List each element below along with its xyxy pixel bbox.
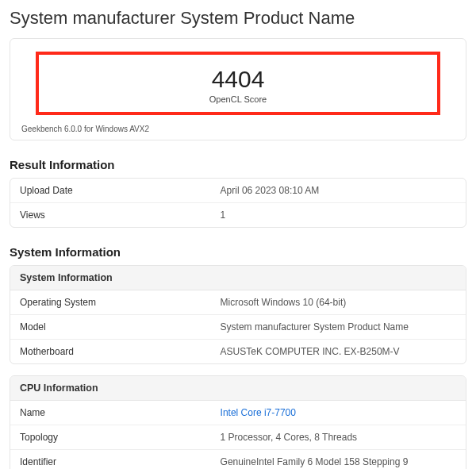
row-value: GenuineIntel Family 6 Model 158 Stepping… xyxy=(211,450,466,469)
system-info-card: System Information Operating System Micr… xyxy=(10,265,466,364)
table-row: Model System manufacturer System Product… xyxy=(10,315,466,340)
row-key: Operating System xyxy=(10,290,211,314)
row-key: Views xyxy=(10,203,211,227)
row-key: Topology xyxy=(10,425,211,449)
row-value: Microsoft Windows 10 (64-bit) xyxy=(211,290,466,314)
table-row: Operating System Microsoft Windows 10 (6… xyxy=(10,290,466,315)
table-row: Motherboard ASUSTeK COMPUTER INC. EX-B25… xyxy=(10,340,466,363)
card-header: CPU Information xyxy=(10,376,466,401)
row-value: 1 xyxy=(211,203,466,227)
row-key: Upload Date xyxy=(10,179,211,202)
system-info-heading: System Information xyxy=(0,231,476,265)
row-value: System manufacturer System Product Name xyxy=(211,315,466,339)
row-value: ASUSTeK COMPUTER INC. EX-B250M-V xyxy=(211,340,466,363)
score-label: OpenCL Score xyxy=(39,94,437,104)
cpu-info-card: CPU Information Name Intel Core i7-7700 … xyxy=(10,375,466,469)
score-card: 4404 OpenCL Score Geekbench 6.0.0 for Wi… xyxy=(10,38,466,140)
row-key: Motherboard xyxy=(10,340,211,363)
table-row: Identifier GenuineIntel Family 6 Model 1… xyxy=(10,450,466,469)
row-key: Identifier xyxy=(10,450,211,469)
table-row: Name Intel Core i7-7700 xyxy=(10,401,466,425)
score-highlight-box: 4404 OpenCL Score xyxy=(36,52,440,115)
cpu-name-link[interactable]: Intel Core i7-7700 xyxy=(211,401,466,425)
table-row: Topology 1 Processor, 4 Cores, 8 Threads xyxy=(10,425,466,450)
table-row: Views 1 xyxy=(10,203,466,227)
row-key: Name xyxy=(10,401,211,425)
row-value: 1 Processor, 4 Cores, 8 Threads xyxy=(211,425,466,449)
benchmark-version: Geekbench 6.0.0 for Windows AVX2 xyxy=(20,123,456,133)
score-value: 4404 xyxy=(39,66,437,93)
result-info-heading: Result Information xyxy=(0,144,476,178)
card-header: System Information xyxy=(10,266,466,290)
page-title: System manufacturer System Product Name xyxy=(0,0,476,38)
row-key: Model xyxy=(10,315,211,339)
table-row: Upload Date April 06 2023 08:10 AM xyxy=(10,179,466,203)
row-value: April 06 2023 08:10 AM xyxy=(211,179,466,202)
result-info-card: Upload Date April 06 2023 08:10 AM Views… xyxy=(10,178,466,228)
